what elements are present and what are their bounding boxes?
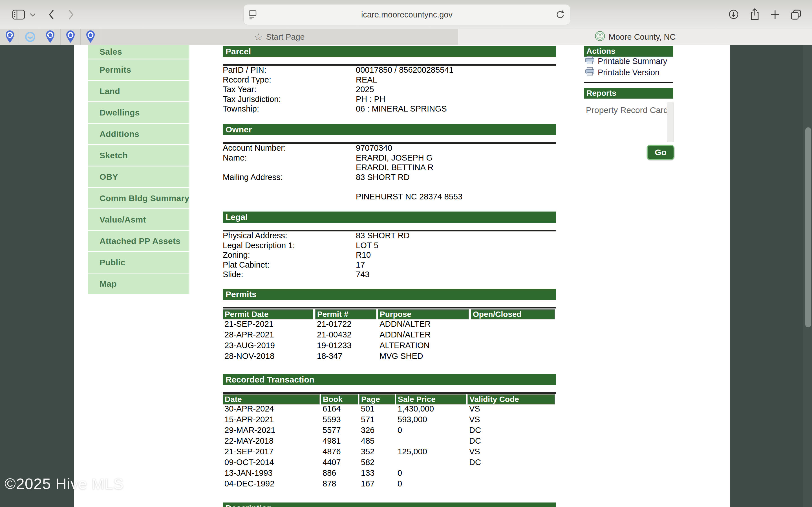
sidebar-item-land[interactable]: Land <box>88 81 190 101</box>
owner-section: Owner Account Number:97070340Name:ERARDI… <box>223 124 556 206</box>
table-cell <box>471 351 555 361</box>
reports-header: Reports <box>584 88 673 99</box>
table-cell: 28-NOV-2018 <box>223 351 313 361</box>
field-row: Zoning:R10 <box>223 250 556 260</box>
field-label: ParID / PIN: <box>223 65 266 75</box>
table-cell: VS <box>467 414 555 425</box>
field-label: Plat Cabinet: <box>223 260 269 270</box>
legal-section: Legal Physical Address:83 SHORT RDLegal … <box>223 212 556 282</box>
sidebar-item-value-asmt[interactable]: Value/Asmt <box>88 209 190 230</box>
pinned-tab-home-pin[interactable] <box>61 29 81 45</box>
table-cell <box>471 340 555 351</box>
back-button[interactable] <box>47 9 55 20</box>
table-cell: 22-MAY-2018 <box>223 436 320 446</box>
column-header: Purpose <box>378 309 469 320</box>
report-option[interactable]: Property Record Card <box>586 105 668 115</box>
column-header: Permit # <box>315 309 376 320</box>
sidebar-item-dwellings[interactable]: Dwellings <box>88 102 190 123</box>
sidebar-item-attached-pp-assets[interactable]: Attached PP Assets <box>88 231 190 251</box>
column-header: Permit Date <box>223 309 313 320</box>
field-value: 00017850 / 856200285541 <box>356 65 454 75</box>
section-header: Description <box>223 503 556 507</box>
field-row: Legal Description 1:LOT 5 <box>223 240 556 250</box>
sidebar-item-label: Sales <box>100 47 122 57</box>
recorded-transaction-section: Recorded Transaction DateBookPageSale Pr… <box>223 374 556 495</box>
field-row: ERARDI, BETTINA R <box>223 163 556 172</box>
table-cell: 09-OCT-2014 <box>223 457 320 467</box>
column-header: Date <box>223 394 320 404</box>
sidebar-item-map[interactable]: Map <box>88 274 190 294</box>
sidebar-item-permits[interactable]: Permits <box>88 59 190 80</box>
tab-label: Start Page <box>266 33 305 42</box>
table-cell: 878 <box>321 478 358 489</box>
page-scrollbar-thumb[interactable] <box>805 127 811 327</box>
downloads-icon[interactable] <box>727 8 740 20</box>
reload-icon[interactable] <box>555 9 566 22</box>
table-cell: ADDN/ALTER <box>378 329 469 340</box>
field-label: Tax Year: <box>223 84 256 94</box>
sidebar-item-comm-bldg-summary[interactable]: Comm Bldg Summary <box>88 188 190 209</box>
field-value: 97070340 <box>356 143 392 153</box>
tab-start-page[interactable]: ☆ Start Page <box>101 29 458 45</box>
go-button[interactable]: Go <box>647 145 674 160</box>
chevron-down-icon[interactable] <box>29 13 36 17</box>
star-icon: ☆ <box>254 32 262 42</box>
divider <box>223 392 556 394</box>
divider <box>223 307 556 309</box>
sidebar-item-label: Comm Bldg Summary <box>100 193 190 203</box>
pinned-tab-smiley[interactable] <box>20 29 41 45</box>
table-cell: 4981 <box>321 436 358 446</box>
address-bar[interactable]: icare.moorecountync.gov <box>243 4 570 25</box>
printable-version-link[interactable]: Printable Version <box>585 67 659 77</box>
printable-summary-link[interactable]: Printable Summary <box>585 56 667 66</box>
table-cell: 21-00432 <box>315 329 376 340</box>
listbox-scrollbar[interactable] <box>667 103 674 142</box>
table-cell: VS <box>467 403 555 414</box>
field-row: Slide:743 <box>223 270 556 279</box>
new-tab-icon[interactable] <box>769 9 781 20</box>
field-label: Physical Address: <box>223 231 287 240</box>
pinned-tab-home-pin[interactable] <box>40 29 61 45</box>
table-cell: 0 <box>396 467 466 478</box>
forward-button[interactable] <box>67 9 75 20</box>
pinned-tab-home-pin[interactable] <box>81 29 101 45</box>
browser-toolbar: icare.moorecountync.gov <box>0 0 812 29</box>
section-header: Parcel <box>223 46 556 57</box>
field-value: 83 SHORT RD <box>356 172 410 182</box>
table-cell: DC <box>467 457 555 467</box>
page-format-icon[interactable] <box>248 10 257 22</box>
table-cell: 485 <box>359 436 395 446</box>
divider <box>584 82 673 83</box>
field-value: R10 <box>356 250 371 260</box>
field-row: Record Type:REAL <box>223 75 556 84</box>
table-cell: 15-APR-2021 <box>223 414 320 425</box>
pinned-tab-home-pin[interactable] <box>0 29 20 45</box>
tab-moore-county[interactable]: Moore County, NC <box>458 29 812 45</box>
sidebar-toggle-icon[interactable] <box>12 9 26 20</box>
field-value: 83 SHORT RD <box>356 231 410 240</box>
section-header: Owner <box>223 124 556 135</box>
table-cell: 18-347 <box>315 351 376 361</box>
parcel-section: Parcel ParID / PIN:00017850 / 8562002855… <box>223 46 556 119</box>
field-value: LOT 5 <box>356 240 378 250</box>
field-label: Legal Description 1: <box>223 240 295 250</box>
sidebar-item-label: Value/Asmt <box>100 215 146 224</box>
sidebar-item-oby[interactable]: OBY <box>88 166 190 187</box>
tab-overview-icon[interactable] <box>790 8 802 21</box>
field-row: PINEHURST NC 28374 8553 <box>223 192 556 202</box>
table-cell: 167 <box>359 478 395 489</box>
table-cell: 13-JAN-1993 <box>223 467 320 478</box>
printer-icon <box>585 67 595 78</box>
sidebar-item-public[interactable]: Public <box>88 252 190 273</box>
field-row: Plat Cabinet:17 <box>223 260 556 270</box>
column-header: Sale Price <box>396 394 466 404</box>
sidebar-item-sales[interactable]: Sales <box>88 45 190 59</box>
reports-listbox[interactable]: Property Record Card <box>584 102 674 143</box>
table-cell: 125,000 <box>396 446 466 457</box>
table-cell: 19-01233 <box>315 340 376 351</box>
share-icon[interactable] <box>748 8 761 21</box>
printer-icon <box>585 56 595 67</box>
column-header: Open/Closed <box>471 309 555 320</box>
sidebar-item-additions[interactable]: Additions <box>88 124 190 144</box>
sidebar-item-sketch[interactable]: Sketch <box>88 145 190 166</box>
